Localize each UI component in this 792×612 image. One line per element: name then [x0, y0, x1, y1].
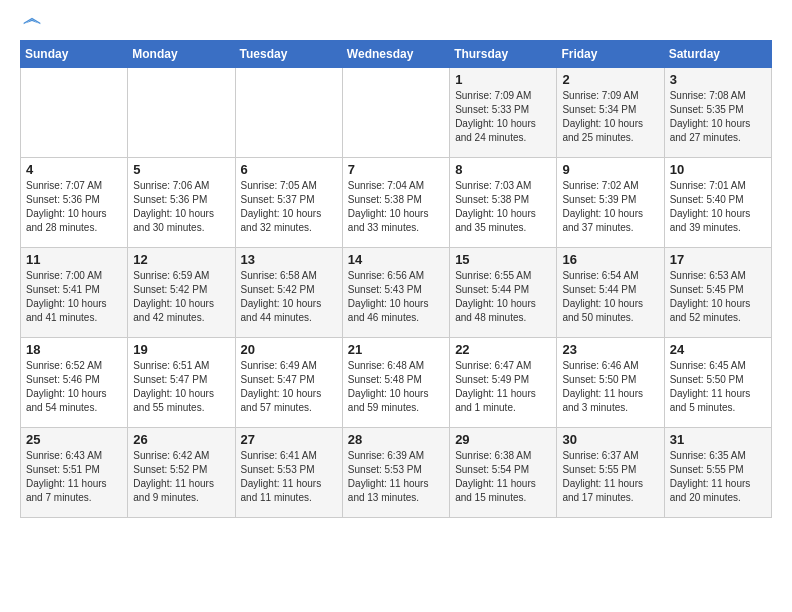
- calendar-cell: 12Sunrise: 6:59 AM Sunset: 5:42 PM Dayli…: [128, 248, 235, 338]
- day-header-thursday: Thursday: [450, 41, 557, 68]
- day-number: 20: [241, 342, 337, 357]
- calendar-cell: [21, 68, 128, 158]
- cell-content: Sunrise: 6:56 AM Sunset: 5:43 PM Dayligh…: [348, 269, 444, 325]
- calendar-cell: 4Sunrise: 7:07 AM Sunset: 5:36 PM Daylig…: [21, 158, 128, 248]
- calendar-cell: 28Sunrise: 6:39 AM Sunset: 5:53 PM Dayli…: [342, 428, 449, 518]
- day-number: 5: [133, 162, 229, 177]
- day-number: 4: [26, 162, 122, 177]
- cell-content: Sunrise: 7:02 AM Sunset: 5:39 PM Dayligh…: [562, 179, 658, 235]
- calendar-cell: 22Sunrise: 6:47 AM Sunset: 5:49 PM Dayli…: [450, 338, 557, 428]
- day-number: 26: [133, 432, 229, 447]
- calendar-cell: 15Sunrise: 6:55 AM Sunset: 5:44 PM Dayli…: [450, 248, 557, 338]
- cell-content: Sunrise: 7:08 AM Sunset: 5:35 PM Dayligh…: [670, 89, 766, 145]
- cell-content: Sunrise: 6:41 AM Sunset: 5:53 PM Dayligh…: [241, 449, 337, 505]
- days-header-row: SundayMondayTuesdayWednesdayThursdayFrid…: [21, 41, 772, 68]
- cell-content: Sunrise: 7:01 AM Sunset: 5:40 PM Dayligh…: [670, 179, 766, 235]
- day-number: 13: [241, 252, 337, 267]
- cell-content: Sunrise: 7:00 AM Sunset: 5:41 PM Dayligh…: [26, 269, 122, 325]
- calendar-cell: 11Sunrise: 7:00 AM Sunset: 5:41 PM Dayli…: [21, 248, 128, 338]
- day-header-monday: Monday: [128, 41, 235, 68]
- cell-content: Sunrise: 6:55 AM Sunset: 5:44 PM Dayligh…: [455, 269, 551, 325]
- week-row-5: 25Sunrise: 6:43 AM Sunset: 5:51 PM Dayli…: [21, 428, 772, 518]
- calendar-cell: 14Sunrise: 6:56 AM Sunset: 5:43 PM Dayli…: [342, 248, 449, 338]
- cell-content: Sunrise: 6:37 AM Sunset: 5:55 PM Dayligh…: [562, 449, 658, 505]
- day-number: 15: [455, 252, 551, 267]
- cell-content: Sunrise: 6:49 AM Sunset: 5:47 PM Dayligh…: [241, 359, 337, 415]
- cell-content: Sunrise: 7:06 AM Sunset: 5:36 PM Dayligh…: [133, 179, 229, 235]
- calendar-cell: 31Sunrise: 6:35 AM Sunset: 5:55 PM Dayli…: [664, 428, 771, 518]
- cell-content: Sunrise: 7:04 AM Sunset: 5:38 PM Dayligh…: [348, 179, 444, 235]
- day-number: 7: [348, 162, 444, 177]
- calendar-cell: 18Sunrise: 6:52 AM Sunset: 5:46 PM Dayli…: [21, 338, 128, 428]
- calendar-cell: [235, 68, 342, 158]
- calendar-cell: 2Sunrise: 7:09 AM Sunset: 5:34 PM Daylig…: [557, 68, 664, 158]
- calendar-cell: 6Sunrise: 7:05 AM Sunset: 5:37 PM Daylig…: [235, 158, 342, 248]
- calendar-cell: 20Sunrise: 6:49 AM Sunset: 5:47 PM Dayli…: [235, 338, 342, 428]
- day-number: 29: [455, 432, 551, 447]
- week-row-2: 4Sunrise: 7:07 AM Sunset: 5:36 PM Daylig…: [21, 158, 772, 248]
- day-number: 3: [670, 72, 766, 87]
- cell-content: Sunrise: 7:09 AM Sunset: 5:34 PM Dayligh…: [562, 89, 658, 145]
- cell-content: Sunrise: 6:58 AM Sunset: 5:42 PM Dayligh…: [241, 269, 337, 325]
- calendar-cell: 8Sunrise: 7:03 AM Sunset: 5:38 PM Daylig…: [450, 158, 557, 248]
- cell-content: Sunrise: 6:42 AM Sunset: 5:52 PM Dayligh…: [133, 449, 229, 505]
- cell-content: Sunrise: 6:51 AM Sunset: 5:47 PM Dayligh…: [133, 359, 229, 415]
- cell-content: Sunrise: 6:47 AM Sunset: 5:49 PM Dayligh…: [455, 359, 551, 415]
- day-header-friday: Friday: [557, 41, 664, 68]
- day-number: 6: [241, 162, 337, 177]
- day-number: 24: [670, 342, 766, 357]
- cell-content: Sunrise: 7:09 AM Sunset: 5:33 PM Dayligh…: [455, 89, 551, 145]
- cell-content: Sunrise: 6:39 AM Sunset: 5:53 PM Dayligh…: [348, 449, 444, 505]
- calendar-cell: 10Sunrise: 7:01 AM Sunset: 5:40 PM Dayli…: [664, 158, 771, 248]
- cell-content: Sunrise: 6:54 AM Sunset: 5:44 PM Dayligh…: [562, 269, 658, 325]
- cell-content: Sunrise: 6:45 AM Sunset: 5:50 PM Dayligh…: [670, 359, 766, 415]
- cell-content: Sunrise: 6:48 AM Sunset: 5:48 PM Dayligh…: [348, 359, 444, 415]
- day-number: 2: [562, 72, 658, 87]
- cell-content: Sunrise: 6:35 AM Sunset: 5:55 PM Dayligh…: [670, 449, 766, 505]
- day-number: 18: [26, 342, 122, 357]
- cell-content: Sunrise: 6:59 AM Sunset: 5:42 PM Dayligh…: [133, 269, 229, 325]
- cell-content: Sunrise: 6:38 AM Sunset: 5:54 PM Dayligh…: [455, 449, 551, 505]
- cell-content: Sunrise: 7:03 AM Sunset: 5:38 PM Dayligh…: [455, 179, 551, 235]
- calendar-cell: 27Sunrise: 6:41 AM Sunset: 5:53 PM Dayli…: [235, 428, 342, 518]
- cell-content: Sunrise: 6:46 AM Sunset: 5:50 PM Dayligh…: [562, 359, 658, 415]
- calendar-cell: 5Sunrise: 7:06 AM Sunset: 5:36 PM Daylig…: [128, 158, 235, 248]
- calendar-cell: 25Sunrise: 6:43 AM Sunset: 5:51 PM Dayli…: [21, 428, 128, 518]
- day-header-saturday: Saturday: [664, 41, 771, 68]
- week-row-1: 1Sunrise: 7:09 AM Sunset: 5:33 PM Daylig…: [21, 68, 772, 158]
- day-number: 23: [562, 342, 658, 357]
- day-header-sunday: Sunday: [21, 41, 128, 68]
- calendar-cell: 23Sunrise: 6:46 AM Sunset: 5:50 PM Dayli…: [557, 338, 664, 428]
- logo: [20, 20, 42, 30]
- week-row-4: 18Sunrise: 6:52 AM Sunset: 5:46 PM Dayli…: [21, 338, 772, 428]
- calendar-cell: 7Sunrise: 7:04 AM Sunset: 5:38 PM Daylig…: [342, 158, 449, 248]
- cell-content: Sunrise: 7:05 AM Sunset: 5:37 PM Dayligh…: [241, 179, 337, 235]
- day-number: 27: [241, 432, 337, 447]
- logo-icon: [22, 16, 42, 36]
- day-number: 17: [670, 252, 766, 267]
- calendar-table: SundayMondayTuesdayWednesdayThursdayFrid…: [20, 40, 772, 518]
- day-number: 8: [455, 162, 551, 177]
- cell-content: Sunrise: 6:53 AM Sunset: 5:45 PM Dayligh…: [670, 269, 766, 325]
- calendar-cell: 21Sunrise: 6:48 AM Sunset: 5:48 PM Dayli…: [342, 338, 449, 428]
- calendar-cell: 29Sunrise: 6:38 AM Sunset: 5:54 PM Dayli…: [450, 428, 557, 518]
- calendar-cell: 1Sunrise: 7:09 AM Sunset: 5:33 PM Daylig…: [450, 68, 557, 158]
- day-number: 14: [348, 252, 444, 267]
- calendar-cell: 3Sunrise: 7:08 AM Sunset: 5:35 PM Daylig…: [664, 68, 771, 158]
- day-number: 30: [562, 432, 658, 447]
- day-header-tuesday: Tuesday: [235, 41, 342, 68]
- day-number: 21: [348, 342, 444, 357]
- calendar-cell: 17Sunrise: 6:53 AM Sunset: 5:45 PM Dayli…: [664, 248, 771, 338]
- day-number: 31: [670, 432, 766, 447]
- calendar-cell: [128, 68, 235, 158]
- day-number: 1: [455, 72, 551, 87]
- cell-content: Sunrise: 6:43 AM Sunset: 5:51 PM Dayligh…: [26, 449, 122, 505]
- calendar-cell: 13Sunrise: 6:58 AM Sunset: 5:42 PM Dayli…: [235, 248, 342, 338]
- calendar-cell: [342, 68, 449, 158]
- calendar-cell: 9Sunrise: 7:02 AM Sunset: 5:39 PM Daylig…: [557, 158, 664, 248]
- day-number: 9: [562, 162, 658, 177]
- calendar-cell: 24Sunrise: 6:45 AM Sunset: 5:50 PM Dayli…: [664, 338, 771, 428]
- day-number: 25: [26, 432, 122, 447]
- day-header-wednesday: Wednesday: [342, 41, 449, 68]
- week-row-3: 11Sunrise: 7:00 AM Sunset: 5:41 PM Dayli…: [21, 248, 772, 338]
